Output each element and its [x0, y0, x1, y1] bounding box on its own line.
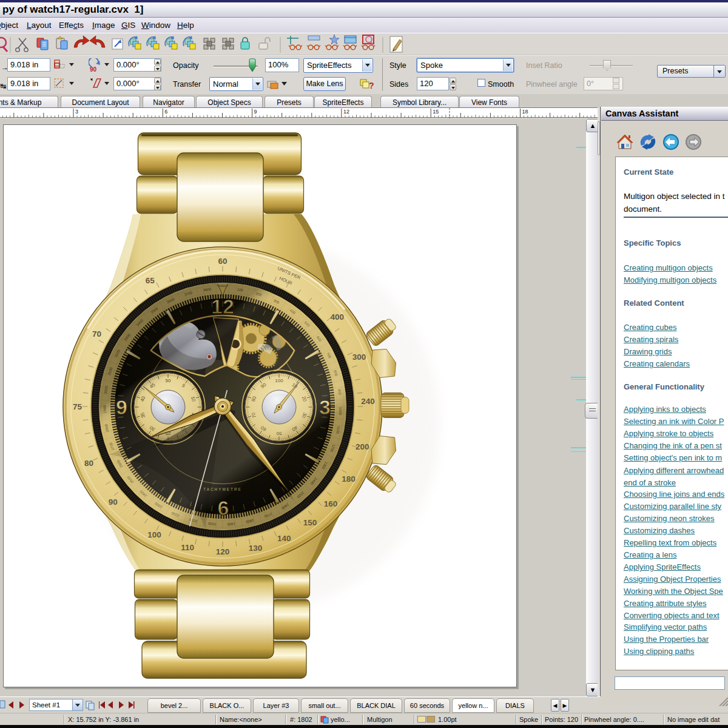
svg-text:160: 160	[324, 499, 338, 508]
svg-text:90: 90	[109, 497, 118, 507]
svg-text:6: 6	[164, 109, 167, 115]
svg-text:75: 75	[73, 402, 83, 411]
svg-text:60: 60	[218, 257, 227, 266]
svg-text:15: 15	[433, 109, 439, 115]
svg-text:?: ?	[369, 81, 374, 90]
svg-text:65: 65	[146, 276, 155, 285]
svg-text:400: 400	[330, 312, 344, 322]
svg-text:18: 18	[522, 109, 528, 115]
svg-text:130: 130	[249, 544, 263, 553]
svg-text:9: 9	[254, 109, 257, 115]
svg-text:240: 240	[361, 397, 375, 406]
svg-text:80: 80	[84, 459, 93, 468]
svg-text:180: 180	[342, 474, 356, 484]
svg-text:150: 150	[303, 518, 317, 527]
svg-text:12: 12	[343, 109, 349, 115]
svg-text:300: 300	[352, 352, 366, 362]
svg-text:3: 3	[75, 109, 78, 115]
svg-text:140: 140	[277, 534, 291, 543]
svg-text:200: 200	[356, 442, 369, 451]
svg-text:100: 100	[147, 530, 161, 539]
svg-text:70: 70	[92, 329, 101, 339]
svg-text:120: 120	[216, 547, 230, 556]
svg-text:90: 90	[90, 66, 97, 73]
svg-text:110: 110	[181, 543, 194, 552]
